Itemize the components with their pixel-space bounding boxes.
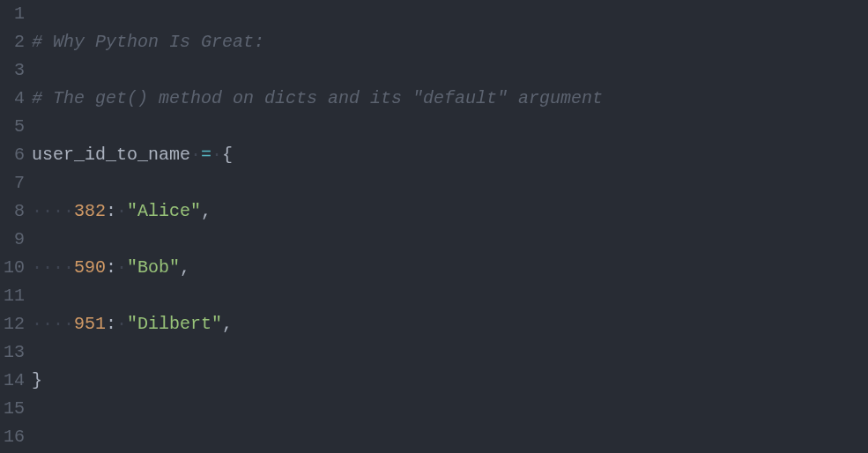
line-number: 2	[4, 28, 25, 56]
line-number: 5	[4, 113, 25, 141]
number-literal: 590	[74, 257, 106, 278]
identifier: user_id_to_name	[32, 145, 190, 165]
comma: ,	[222, 314, 233, 334]
line-number: 6	[4, 141, 25, 169]
line-number: 11	[4, 282, 25, 310]
comment: # Why Python Is Great:	[32, 32, 264, 52]
code-line: ····382:·"Alice",	[32, 197, 868, 226]
code-line: # The get() method on dicts and its "def…	[32, 85, 868, 113]
line-number: 8	[4, 197, 25, 226]
line-number: 15	[4, 395, 25, 423]
brace: {	[222, 145, 233, 165]
brace: }	[32, 370, 42, 390]
colon: :	[106, 314, 116, 334]
line-number: 14	[4, 367, 25, 395]
code-line: ····951:·"Dilbert",	[32, 310, 868, 338]
comma: ,	[180, 257, 190, 278]
code-line: user_id_to_name·=·{	[32, 141, 868, 169]
code-line: }	[32, 367, 868, 395]
string-literal: "Bob"	[127, 257, 180, 278]
code-editor: 1 2 3 4 5 6 7 8 9 10 11 12 13 14 15 16 #…	[0, 0, 868, 453]
code-line: ····590:·"Bob",	[32, 254, 868, 282]
code-area[interactable]: # Why Python Is Great: # The get() metho…	[32, 0, 868, 453]
line-number: 3	[4, 56, 25, 85]
line-number: 4	[4, 85, 25, 113]
number-literal: 951	[74, 314, 106, 334]
line-number: 1	[4, 0, 25, 28]
line-number: 9	[4, 226, 25, 254]
operator: =	[201, 145, 211, 165]
string-literal: "Alice"	[127, 201, 201, 221]
comma: ,	[201, 201, 211, 221]
line-number: 12	[4, 310, 25, 338]
line-number-gutter: 1 2 3 4 5 6 7 8 9 10 11 12 13 14 15 16	[0, 0, 32, 453]
colon: :	[106, 257, 116, 278]
line-number: 13	[4, 338, 25, 367]
string-literal: "Dilbert"	[127, 314, 222, 334]
line-number: 10	[4, 254, 25, 282]
code-line	[32, 423, 868, 451]
colon: :	[106, 201, 116, 221]
number-literal: 382	[74, 201, 106, 221]
code-line: # Why Python Is Great:	[32, 28, 868, 56]
comment: # The get() method on dicts and its "def…	[32, 88, 603, 108]
line-number: 7	[4, 169, 25, 197]
line-number: 16	[4, 423, 25, 451]
